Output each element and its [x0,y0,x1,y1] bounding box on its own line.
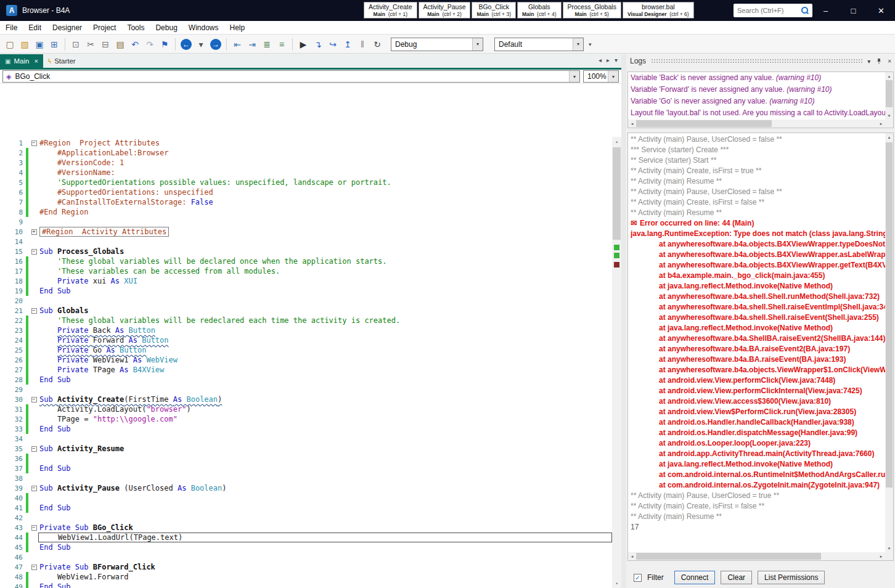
fold-collapse-icon[interactable]: − [31,525,37,531]
code-text[interactable]: End Sub [38,287,612,295]
menu-designer[interactable]: Designer [47,21,88,34]
log-entry[interactable]: at android.view.View$PerformClick.run(Vi… [631,407,885,417]
pause-icon[interactable]: ‖ [356,38,369,51]
log-entry[interactable]: at anywheresoftware.b4a.objects.B4XViewW… [631,260,885,271]
tab-main[interactable]: ▣Main× [0,54,43,68]
code-text[interactable]: #Region Project Attributes [38,139,612,147]
fold-collapse-icon[interactable]: − [31,565,37,570]
copy-icon[interactable]: ⊟ [99,38,112,51]
log-entry[interactable]: at android.os.Handler.handleCallback(Han… [631,417,885,428]
rebuild-icon[interactable]: ↻ [370,38,384,51]
log-entry[interactable]: at android.view.View.performClickInterna… [631,386,885,396]
search-input[interactable] [734,7,801,14]
log-entry[interactable]: ** Activity (main) Pause, UserClosed = t… [631,491,885,501]
code-text[interactable]: Private Sub BForward_Click [38,563,612,571]
log-entry[interactable]: ** Activity (main) Create, isFirst = tru… [631,166,885,176]
code-text[interactable]: Private Sub BGo_Click [38,523,612,532]
code-text[interactable]: 'These global variables will be redeclar… [38,316,612,325]
code-text[interactable]: TPage = "http:\\google.com" [38,415,612,423]
scroll-up-icon[interactable]: ▴ [885,133,893,141]
scrollbar-thumb[interactable] [613,147,621,240]
code-text[interactable]: 'SupportedOrientations possible values: … [38,178,612,187]
tab-scroll-left-icon[interactable]: ◂ [599,57,602,63]
fold-collapse-icon[interactable]: − [31,308,37,314]
build-config-select[interactable]: Default ▾ [494,38,584,51]
code-text[interactable]: Sub Process_Globals [38,247,612,256]
menu-help[interactable]: Help [224,21,251,34]
quick-button-bgo_click[interactable]: BGo_ClickMain (ctrl + 3) [472,2,516,18]
log-entry[interactable]: at anywheresoftware.b4a.shell.Shell.rais… [631,312,885,323]
menu-project[interactable]: Project [88,21,121,34]
log-entry[interactable]: at com.android.internal.os.RuntimeInit$M… [631,470,885,480]
fold-margin[interactable]: − [30,486,38,491]
fold-margin[interactable]: − [30,397,38,402]
log-entry[interactable]: 17 [631,522,885,533]
code-text[interactable]: End Sub [38,375,612,384]
log-entry[interactable]: ** Activity (main) Resume ** [631,512,885,522]
log-entry[interactable]: at anywheresoftware.b4a.objects.B4XViewW… [631,239,885,250]
log-entry[interactable]: at android.view.View.access$3600(View.ja… [631,396,885,407]
debug-mode-select[interactable]: Debug ▾ [391,38,483,51]
tab-close-icon[interactable]: × [34,57,38,65]
log-entry[interactable]: at java.lang.reflect.Method.invoke(Nativ… [631,281,885,292]
code-text[interactable]: End Sub [38,425,612,433]
connect-button[interactable]: Connect [674,571,716,584]
maximize-button[interactable]: □ [840,0,867,21]
indent-icon[interactable]: ⇥ [245,38,259,51]
menu-windows[interactable]: Windows [183,21,224,34]
list-permissions-button[interactable]: List Permissions [758,571,825,584]
cut-icon[interactable]: ✂ [84,38,97,51]
code-text[interactable]: End Sub [38,464,612,473]
log-entry[interactable]: ** Activity (main) Resume ** [631,208,885,218]
scroll-right-icon[interactable]: ▸ [877,120,885,128]
panel-close-icon[interactable]: × [888,58,891,65]
navigate-back-history-icon[interactable]: ▾ [194,38,208,51]
log-entry[interactable]: at anywheresoftware.b4a.objects.B4XViewW… [631,250,885,260]
code-text[interactable]: End Sub [38,543,612,552]
warning-item[interactable]: Variable 'Back' is never assigned any va… [628,72,885,84]
chevron-down-icon[interactable]: ▾ [608,71,618,82]
clear-button[interactable]: Clear [721,571,752,584]
fold-margin[interactable]: − [30,565,38,570]
menu-file[interactable]: File [0,21,23,34]
scrollbar-thumb[interactable] [636,553,821,560]
filter-checkbox[interactable]: ✓ [634,574,642,582]
fold-collapse-icon[interactable]: − [31,249,37,255]
code-text[interactable]: 'These variables can be accessed from al… [38,267,612,276]
scroll-left-icon[interactable]: ◂ [628,552,636,560]
code-text[interactable]: Private WebView1 As WebView [38,356,612,364]
log-entry[interactable]: at java.lang.reflect.Method.invoke(Nativ… [631,323,885,333]
log-entry[interactable]: at b4a.example.main._bgo_click(main.java… [631,271,885,281]
code-text[interactable]: #CanInstallToExternalStorage: False [38,198,612,206]
log-entry[interactable]: ✉Error occurred on line: 44 (Main) [631,218,885,229]
paste-icon[interactable]: ▤ [113,38,127,51]
fold-margin[interactable]: − [30,249,38,255]
quick-button-activity_pause[interactable]: Activity_PauseMain (ctrl + 2) [419,2,471,18]
log-entry[interactable]: ** Activity (main) Pause, UserClosed = f… [631,187,885,197]
log-entry[interactable]: at anywheresoftware.b4a.BA.raiseEvent(BA… [631,354,885,365]
comment-icon[interactable]: ≣ [260,38,274,51]
log-entry[interactable]: at android.app.ActivityThread.main(Activ… [631,449,885,459]
scroll-up-icon[interactable]: ▴ [612,137,621,146]
tab-scroll-right-icon[interactable]: ▸ [607,57,610,63]
menu-tools[interactable]: Tools [121,21,150,34]
redo-icon[interactable]: ↷ [143,38,157,51]
fold-margin[interactable]: + [30,229,38,235]
code-editor[interactable]: 1−#Region Project Attributes2 #Applicati… [0,137,621,588]
tab-list-icon[interactable]: ▾ [615,57,618,63]
log-entry[interactable]: at android.os.Handler.dispatchMessage(Ha… [631,428,885,438]
panel-menu-icon[interactable]: ▾ [867,58,870,65]
step-out-icon[interactable]: ↥ [341,38,354,51]
log-entry[interactable]: at anywheresoftware.b4a.ShellBA.raiseEve… [631,333,885,344]
close-button[interactable]: ✕ [867,0,895,21]
scroll-down-icon[interactable]: ▾ [885,112,893,120]
log-entry[interactable]: at anywheresoftware.b4a.BA.raiseEvent2(B… [631,344,885,354]
toolbar-overflow-icon[interactable]: ▾ [589,41,592,47]
menu-debug[interactable]: Debug [150,21,182,34]
code-text[interactable]: Activity.LoadLayout("browser") [38,405,612,414]
scroll-down-icon[interactable]: ▾ [885,544,893,552]
scrollbar-thumb[interactable] [636,120,772,127]
code-text[interactable]: Sub Activity_Resume [38,444,612,453]
chevron-down-icon[interactable]: ▾ [573,38,583,51]
fold-expand-icon[interactable]: + [31,229,37,235]
